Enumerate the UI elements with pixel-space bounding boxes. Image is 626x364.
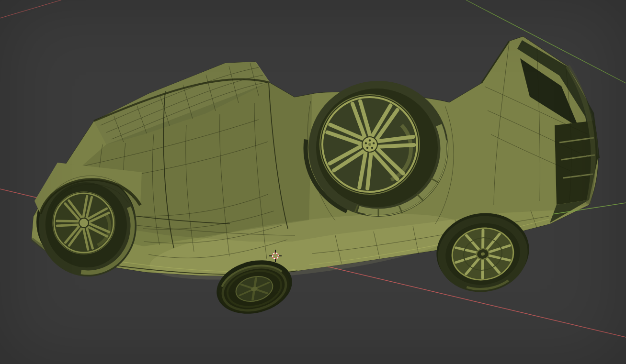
- hub-cap: [368, 143, 371, 146]
- viewport[interactable]: [0, 0, 626, 364]
- hub: [79, 218, 89, 228]
- viewport-canvas[interactable]: [0, 0, 626, 364]
